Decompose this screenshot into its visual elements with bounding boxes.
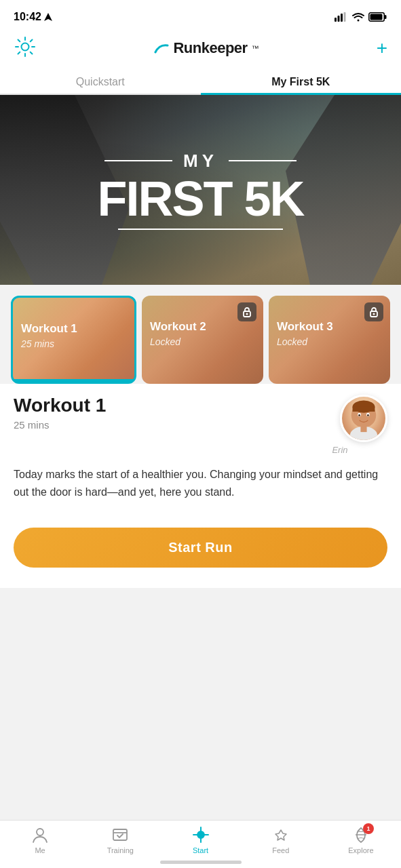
- status-bar: 10:42: [0, 0, 401, 30]
- feed-icon: [272, 826, 290, 844]
- detail-description: Today marks the start of a healthier you…: [14, 466, 387, 500]
- svg-point-20: [367, 414, 369, 416]
- detail-title: Workout 1: [14, 395, 106, 416]
- start-icon: [192, 826, 210, 844]
- workout-detail: Workout 1 25 mins: [0, 384, 401, 514]
- start-run-section: Start Run: [0, 514, 401, 588]
- tab-quickstart[interactable]: Quickstart: [0, 69, 201, 94]
- nav-item-explore[interactable]: 1 Explore: [321, 826, 401, 854]
- svg-rect-7: [385, 15, 387, 19]
- lock-icon-2: [237, 302, 256, 321]
- add-button[interactable]: +: [377, 39, 387, 58]
- tab-myfirst5k[interactable]: My First 5K: [201, 69, 402, 94]
- nav-item-training[interactable]: Training: [80, 826, 160, 854]
- workout-cards-list: Workout 1 25 mins Workout 2 Locked: [11, 296, 390, 384]
- lock-icon-3: [364, 302, 383, 321]
- detail-text: Workout 1 25 mins: [14, 395, 106, 431]
- hero-banner: MY FIRST 5K: [0, 95, 401, 285]
- home-indicator: [160, 861, 242, 864]
- svg-point-23: [37, 829, 43, 835]
- workout-card-1[interactable]: Workout 1 25 mins: [11, 296, 136, 384]
- tab-bar: Quickstart My First 5K: [0, 69, 401, 95]
- detail-header: Workout 1 25 mins: [14, 395, 387, 455]
- svg-point-11: [246, 313, 248, 315]
- explore-badge: 1: [363, 823, 374, 834]
- workout-cards-section: Workout 1 25 mins Workout 2 Locked: [0, 285, 401, 384]
- brand-logo: Runkeeper ™: [154, 39, 259, 57]
- nav-item-feed[interactable]: Feed: [241, 826, 321, 854]
- start-run-button[interactable]: Start Run: [14, 528, 387, 568]
- trainer-name: Erin: [316, 445, 364, 455]
- svg-marker-0: [44, 13, 52, 21]
- svg-rect-22: [360, 426, 366, 432]
- trainer-profile: Erin: [340, 395, 387, 455]
- app-header: Runkeeper ™ +: [0, 30, 401, 69]
- status-time: 10:42: [14, 11, 52, 23]
- workout-card-2[interactable]: Workout 2 Locked: [142, 296, 263, 384]
- trainer-avatar: [340, 395, 387, 442]
- hero-text: MY FIRST 5K: [97, 151, 303, 230]
- svg-rect-3: [341, 14, 343, 22]
- detail-duration: 25 mins: [14, 419, 106, 431]
- svg-point-9: [22, 43, 29, 51]
- me-icon: [31, 826, 49, 844]
- svg-point-27: [199, 833, 202, 836]
- workout-card-3[interactable]: Workout 3 Locked: [269, 296, 390, 384]
- svg-rect-1: [335, 18, 337, 22]
- nav-item-start[interactable]: Start: [160, 826, 240, 854]
- svg-rect-8: [370, 14, 383, 20]
- svg-rect-16: [353, 407, 375, 412]
- svg-point-13: [373, 313, 375, 315]
- status-icons: [335, 12, 387, 22]
- svg-rect-4: [344, 12, 346, 22]
- training-icon: [111, 826, 129, 844]
- svg-rect-24: [113, 829, 127, 840]
- explore-icon: 1: [352, 826, 370, 844]
- svg-point-19: [358, 414, 360, 416]
- settings-button[interactable]: [14, 35, 37, 61]
- nav-item-me[interactable]: Me: [0, 826, 80, 854]
- svg-rect-2: [338, 16, 340, 22]
- svg-point-5: [358, 20, 360, 22]
